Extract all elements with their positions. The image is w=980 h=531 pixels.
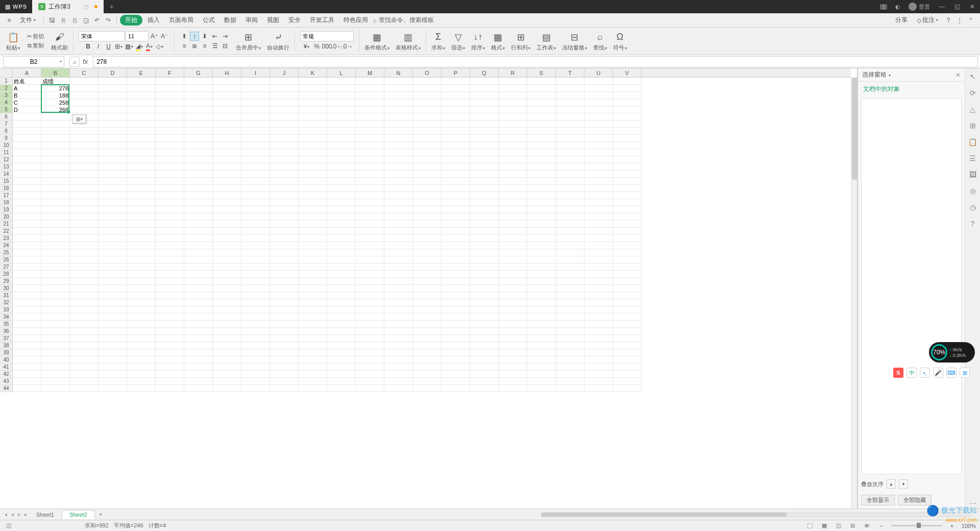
cell-T21[interactable]	[556, 221, 584, 228]
cell-N4[interactable]	[384, 99, 413, 106]
cell-I11[interactable]	[241, 149, 270, 156]
find-button[interactable]: ⌕ 查找▾	[590, 29, 610, 54]
formula-input[interactable]	[93, 56, 978, 67]
cell-U7[interactable]	[584, 120, 613, 128]
cell-I2[interactable]	[241, 85, 270, 92]
cell-S11[interactable]	[527, 149, 556, 156]
cell-A16[interactable]	[13, 185, 41, 192]
cell-C30[interactable]	[70, 285, 99, 292]
cell-P12[interactable]	[442, 156, 470, 163]
cell-B40[interactable]	[41, 356, 70, 364]
cell-G34[interactable]	[184, 313, 213, 321]
col-header-G[interactable]: G	[184, 68, 213, 77]
cell-S41[interactable]	[527, 364, 556, 371]
cell-E17[interactable]	[127, 192, 156, 199]
cell-M43[interactable]	[356, 378, 384, 385]
cell-I29[interactable]	[241, 278, 270, 285]
cell-M9[interactable]	[356, 135, 384, 142]
cell-D36[interactable]	[99, 328, 127, 335]
col-header-D[interactable]: D	[99, 68, 127, 77]
cell-P13[interactable]	[442, 163, 470, 171]
cell-C41[interactable]	[70, 364, 99, 371]
cell-N15[interactable]	[384, 178, 413, 185]
cell-T20[interactable]	[556, 213, 584, 221]
cell-B18[interactable]	[41, 199, 70, 206]
cell-I25[interactable]	[241, 249, 270, 256]
cell-E30[interactable]	[127, 285, 156, 292]
cell-U2[interactable]	[584, 85, 613, 92]
cell-J42[interactable]	[270, 371, 299, 378]
cell-S26[interactable]	[527, 256, 556, 263]
cell-O6[interactable]	[413, 113, 442, 120]
cell-J25[interactable]	[270, 249, 299, 256]
tab-security[interactable]: 安全	[284, 15, 305, 26]
cell-N11[interactable]	[384, 149, 413, 156]
cell-V20[interactable]	[613, 213, 642, 221]
cell-K23[interactable]	[299, 235, 327, 242]
cell-J22[interactable]	[270, 228, 299, 235]
cell-J6[interactable]	[270, 113, 299, 120]
cell-H14[interactable]	[213, 171, 241, 178]
cell-K7[interactable]	[299, 120, 327, 128]
cell-G26[interactable]	[184, 256, 213, 263]
cell-P26[interactable]	[442, 256, 470, 263]
cell-K28[interactable]	[299, 271, 327, 278]
list-tool-icon[interactable]: ☰	[968, 153, 978, 163]
cell-S29[interactable]	[527, 278, 556, 285]
cell-F20[interactable]	[156, 213, 184, 221]
cell-A28[interactable]	[13, 271, 41, 278]
cell-E7[interactable]	[127, 120, 156, 128]
cell-Q35[interactable]	[470, 321, 499, 328]
cell-D2[interactable]	[99, 85, 127, 92]
cell-Q10[interactable]	[470, 142, 499, 149]
cell-Q3[interactable]	[470, 92, 499, 99]
row-header-19[interactable]: 19	[0, 206, 13, 213]
cell-T35[interactable]	[556, 321, 584, 328]
paste-options-popup[interactable]: ⊞▾	[72, 114, 86, 124]
cell-H1[interactable]	[213, 78, 241, 85]
cell-J33[interactable]	[270, 306, 299, 313]
align-right-icon[interactable]: ≡	[200, 41, 209, 51]
cell-S2[interactable]	[527, 85, 556, 92]
cell-S12[interactable]	[527, 156, 556, 163]
cell-L37[interactable]	[327, 335, 356, 342]
cell-C16[interactable]	[70, 185, 99, 192]
cell-G25[interactable]	[184, 249, 213, 256]
cell-U37[interactable]	[584, 335, 613, 342]
cell-V36[interactable]	[613, 328, 642, 335]
cell-E28[interactable]	[127, 271, 156, 278]
cell-F9[interactable]	[156, 135, 184, 142]
col-header-P[interactable]: P	[442, 68, 470, 77]
cell-G12[interactable]	[184, 156, 213, 163]
cell-D28[interactable]	[99, 271, 127, 278]
cell-E42[interactable]	[127, 371, 156, 378]
cell-B15[interactable]	[41, 178, 70, 185]
cell-G27[interactable]	[184, 263, 213, 271]
cell-H4[interactable]	[213, 99, 241, 106]
clear-format-icon[interactable]: ◇▾	[155, 42, 164, 51]
row-col-button[interactable]: ⊞ 行和列▾	[508, 29, 533, 54]
cell-T15[interactable]	[556, 178, 584, 185]
cell-R28[interactable]	[499, 271, 527, 278]
cell-P8[interactable]	[442, 128, 470, 135]
cell-M14[interactable]	[356, 171, 384, 178]
cell-A23[interactable]	[13, 235, 41, 242]
cell-Q8[interactable]	[470, 128, 499, 135]
cell-O42[interactable]	[413, 371, 442, 378]
notification-badge[interactable]: 1	[876, 4, 891, 10]
cell-V16[interactable]	[613, 185, 642, 192]
cell-O19[interactable]	[413, 206, 442, 213]
cell-M26[interactable]	[356, 256, 384, 263]
document-tab[interactable]: S 工作簿3 ▢	[32, 0, 104, 13]
cell-I5[interactable]	[241, 106, 270, 113]
cell-O33[interactable]	[413, 306, 442, 313]
row-header-26[interactable]: 26	[0, 256, 13, 263]
cell-Q38[interactable]	[470, 342, 499, 349]
cell-P6[interactable]	[442, 113, 470, 120]
cell-G39[interactable]	[184, 349, 213, 356]
cond-format-button[interactable]: ▦ 条件格式▾	[361, 29, 393, 54]
row-header-44[interactable]: 44	[0, 385, 13, 392]
cell-U41[interactable]	[584, 364, 613, 371]
cell-F24[interactable]	[156, 242, 184, 249]
cell-R5[interactable]	[499, 106, 527, 113]
